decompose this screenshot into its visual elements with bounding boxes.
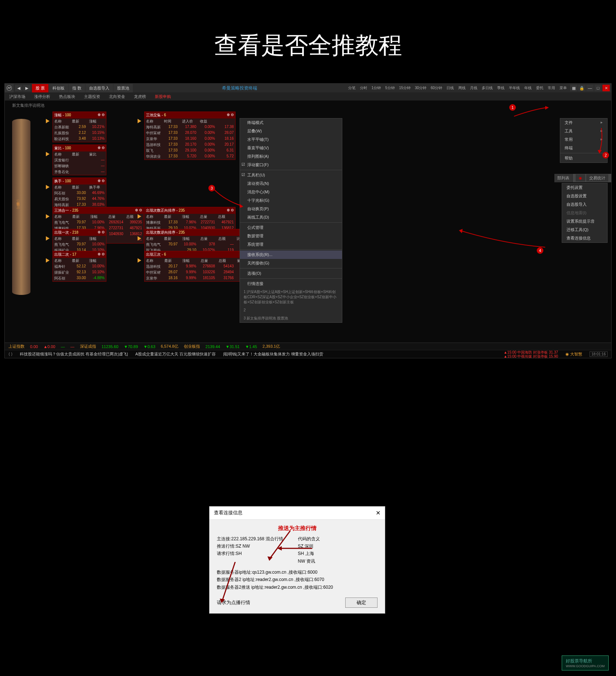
maximize-icon[interactable]: □: [594, 85, 602, 91]
server-info-3: 数据服务器2推送 ip地址:reader2.gw.com.cn ,接收端口:60…: [217, 584, 378, 591]
menu-item[interactable]: ☑工具栏(U): [240, 171, 342, 179]
main-tab-3[interactable]: 自选股导入: [85, 84, 113, 92]
right-tabs: 部列表 ◉ 交易统计: [554, 174, 611, 182]
submenu-item[interactable]: 自选股导入: [562, 200, 607, 209]
status-bar: 上证指数0.00▲0.00——深证成指11235.60▼70.89▼0.636,…: [5, 343, 611, 350]
nav-back-icon[interactable]: ◀: [15, 85, 22, 91]
time-link-3[interactable]: 5分钟: [383, 85, 397, 91]
subnav-3[interactable]: 主题投资: [80, 93, 105, 101]
cylinder-label: 交集说明(3838): [16, 200, 21, 209]
connection-info-dialog: 查看连接信息 ✕ 推送为主推行情 主连接:222.185.229.168 混合行…: [209, 506, 385, 614]
news-1: 科技股还能领涨吗？估值太贵成困扰 有基金经理已两次|虚飞|: [20, 351, 128, 357]
status-value: 2139.44: [205, 344, 220, 349]
time-link-2[interactable]: 1分钟: [370, 85, 383, 91]
status-value: ▼31.51: [226, 344, 240, 349]
menu-item[interactable]: ☑浮动窗口(F): [240, 161, 342, 169]
data-node: 三池交集 - 6⊕ ⊖名称时间进入价收益海特高新17:3317.3800.00%…: [144, 112, 236, 160]
dialog-title: 查看连接信息: [214, 509, 243, 516]
ticker-bar: ⟨ ⟩ 科技股还能领涨吗？估值太贵成困扰 有基金经理已两次|虚飞| A股成交量逼…: [5, 350, 611, 358]
time-link-15[interactable]: 常用: [546, 85, 557, 91]
time-link-10[interactable]: 多日线: [480, 85, 495, 91]
status-value: ▼0.63: [143, 344, 155, 349]
time-link-8[interactable]: 周线: [456, 85, 467, 91]
subnav: 沪深市场涨停分析热点板块主题投资北向资金龙虎榜新股申购: [5, 92, 611, 101]
close-icon[interactable]: ✕: [602, 85, 610, 91]
data-node: 换手 - 100⊕ ⊖名称最新换手率阿石创33.0046.69%易天股份73.9…: [52, 178, 106, 208]
time-link-12[interactable]: 半年线: [507, 85, 522, 91]
ok-button[interactable]: 确定: [345, 598, 378, 608]
right-menu-item[interactable]: 帮助: [560, 154, 607, 162]
time-link-4[interactable]: 15分钟: [397, 85, 412, 91]
submenu-item[interactable]: 迁移工具(Q): [562, 226, 607, 234]
subnav-new-stock[interactable]: 新股申购: [150, 93, 175, 101]
menu-item[interactable]: 水平平铺(T): [240, 135, 342, 144]
menu-item[interactable]: 层叠(W): [240, 127, 342, 135]
status-value: 6,574.8亿: [161, 344, 178, 349]
menu-item[interactable]: 接收系统(R)...: [240, 251, 342, 259]
menu-item[interactable]: 消息中心(M): [240, 188, 342, 196]
nav-fwd-icon[interactable]: ▶: [23, 85, 30, 91]
subnav-2[interactable]: 热点板块: [55, 93, 80, 101]
titlebar: ◀ ▶ 股 票科创板指 数自选股导入股票池 希曼策略投资终端 分笔分时1分钟5分…: [5, 84, 611, 92]
terminal-menu: 终端模式层叠(W)水平平铺(T)垂直平铺(V)排列图标(A)☑浮动窗口(F)☑工…: [240, 118, 342, 323]
marker-4: 4: [537, 247, 543, 254]
submenu-item[interactable]: 信息地雷(I): [562, 209, 607, 217]
grid-icon[interactable]: ▦: [570, 85, 577, 91]
time-link-6[interactable]: 60分钟: [429, 85, 444, 91]
status-value: 0.00: [30, 344, 38, 349]
menu-item[interactable]: 终端模式: [240, 118, 342, 127]
app-logo: [5, 84, 14, 92]
menu-item[interactable]: 选项(O): [240, 269, 342, 278]
time-link-7[interactable]: 日线: [445, 85, 456, 91]
submenu-item[interactable]: 查看连接信息: [562, 234, 607, 242]
menu-item[interactable]: 关闭接收(G): [240, 259, 342, 267]
subnav-4[interactable]: 北向资金: [105, 93, 130, 101]
server-info-2: 数据服务器2 ip地址:reader2.gw.com.cn ,接收端口:6070: [217, 576, 378, 583]
dialog-close-icon[interactable]: ✕: [376, 509, 380, 516]
submenu-item[interactable]: 委托设置: [562, 183, 607, 192]
main-tab-0[interactable]: 股 票: [32, 84, 48, 92]
submenu-item[interactable]: 自选股设置: [562, 192, 607, 200]
clock: 18:01:16: [590, 351, 608, 357]
data-node: 出现二次 - 17⊕ ⊖名称最新涨幅福寿针52.1210.00%拯振矿业92.1…: [52, 251, 106, 282]
time-link-16[interactable]: 菜单: [558, 85, 569, 91]
app-window: ◀ ▶ 股 票科创板指 数自选股导入股票池 希曼策略投资终端 分笔分时1分钟5分…: [4, 83, 612, 358]
time-link-1[interactable]: 分时: [358, 85, 369, 91]
menu-item[interactable]: 自动换页(P): [240, 205, 342, 213]
right-menu-item[interactable]: 文件▸: [560, 118, 607, 127]
menu-item[interactable]: 垂直平铺(V): [240, 144, 342, 152]
menu-item[interactable]: 公式管理: [240, 223, 342, 232]
brand-badge: ◉ 大智慧: [565, 351, 582, 357]
lock-icon[interactable]: 🔒: [578, 85, 586, 91]
main-tab-4[interactable]: 股票池: [113, 84, 133, 92]
tab-list[interactable]: 部列表: [554, 174, 572, 182]
time-link-9[interactable]: 月线: [468, 85, 479, 91]
nav-icon[interactable]: ⟨ ⟩: [8, 352, 12, 357]
main-tab-2[interactable]: 指 数: [69, 84, 85, 92]
menu-item[interactable]: 系统管理: [240, 240, 342, 249]
menu-item[interactable]: 行情连接: [240, 279, 342, 288]
site-watermark: 好股票导航所 WWW.GOODGUIPA.COM: [562, 655, 609, 670]
minimize-icon[interactable]: —: [586, 85, 594, 91]
time-link-0[interactable]: 分笔: [346, 85, 357, 91]
time-link-14[interactable]: 委托: [534, 85, 545, 91]
main-tab-1[interactable]: 科创板: [49, 84, 68, 92]
main-area: 新文集排序说明池 新文集排序说明池 交集说明(3838) 涨幅 - 100⊕ ⊖…: [5, 101, 611, 343]
menu-item[interactable]: 滚动资讯(N): [240, 179, 342, 188]
menu-item[interactable]: 十字光标(G): [240, 196, 342, 205]
time-link-11[interactable]: 季线: [495, 85, 506, 91]
common-submenu: 委托设置自选股设置自选股导入信息地雷(I)设置系统提示音迁移工具(Q)查看连接信…: [562, 183, 608, 243]
submenu-item[interactable]: 设置系统提示音: [562, 217, 607, 226]
news-3: |聪明钱|又来了！大金融板块集体发力 增量资金入场扫货: [223, 351, 323, 357]
subnav-5[interactable]: 龙虎榜: [130, 93, 150, 101]
time-link-5[interactable]: 30分钟: [413, 85, 428, 91]
subnav-1[interactable]: 涨停分析: [30, 93, 55, 101]
status-value: 2,393.1亿: [263, 344, 280, 349]
menu-item[interactable]: 数据管理: [240, 232, 342, 240]
tab-trade-stats[interactable]: ◉ 交易统计: [573, 174, 611, 182]
time-link-13[interactable]: 年线: [522, 85, 533, 91]
subnav-0[interactable]: 沪深市场: [5, 93, 30, 101]
menu-item[interactable]: 排列图标(A): [240, 152, 342, 161]
status-value: ▼1.45: [245, 344, 257, 349]
menu-item[interactable]: 画线工具(D): [240, 213, 342, 222]
